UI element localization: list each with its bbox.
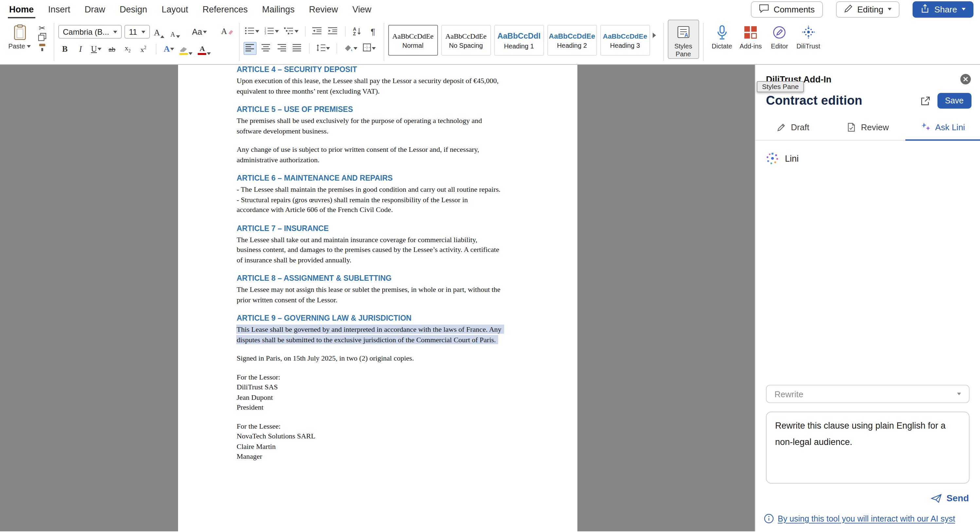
doc-line[interactable]: equivalent to three months’ rent (exclud…: [237, 86, 538, 96]
doc-paragraph[interactable]: Any change of use is subject to prior wr…: [237, 145, 538, 165]
rewrite-action-select[interactable]: Rewrite: [766, 385, 969, 403]
menu-tab-review[interactable]: Review: [309, 4, 338, 14]
grow-font-button[interactable]: A: [153, 25, 166, 38]
menu-tab-draw[interactable]: Draw: [85, 4, 105, 14]
share-button[interactable]: Share: [913, 1, 974, 17]
doc-line[interactable]: Jean Dupont: [237, 392, 538, 402]
doc-heading[interactable]: ARTICLE 8 – ASSIGNMENT & SUBLETTING: [237, 273, 538, 283]
styles-pane-button[interactable]: A Styles Pane: [667, 20, 699, 59]
align-center-button[interactable]: [259, 42, 272, 55]
style-card-h2[interactable]: AaBbCcDdEeHeading 2: [547, 25, 597, 56]
editor-button[interactable]: Editor: [765, 20, 794, 51]
font-color-button[interactable]: A: [197, 43, 212, 56]
decrease-indent-button[interactable]: [311, 25, 324, 38]
cut-button[interactable]: ✂: [35, 24, 48, 33]
doc-paragraph[interactable]: Signed in Paris, on 15th July 2025, in t…: [237, 353, 538, 364]
doc-paragraph[interactable]: This Lease shall be governed by and inte…: [237, 325, 538, 345]
doc-line[interactable]: of insurance shall be provided annually.: [237, 255, 538, 265]
doc-paragraph[interactable]: Upon execution of this lease, the Lessee…: [237, 76, 538, 96]
shrink-font-button[interactable]: A: [169, 25, 182, 38]
italic-button[interactable]: I: [74, 43, 87, 56]
doc-paragraph[interactable]: The premises shall be used exclusively f…: [237, 116, 538, 136]
doc-paragraph[interactable]: For the Lessor:DiliTrust SASJean DupontP…: [237, 372, 538, 413]
format-painter-button[interactable]: [35, 43, 48, 54]
font-name-select[interactable]: Cambria (B...: [58, 25, 122, 39]
menu-tab-mailings[interactable]: Mailings: [262, 4, 294, 14]
menu-tab-references[interactable]: References: [203, 4, 248, 14]
doc-line[interactable]: NovaTech Solutions SARL: [237, 431, 538, 441]
multilevel-list-button[interactable]: [283, 25, 299, 38]
menu-tab-insert[interactable]: Insert: [48, 4, 70, 14]
open-external-button[interactable]: [920, 96, 930, 106]
doc-line[interactable]: Upon execution of this lease, the Lessee…: [237, 76, 538, 86]
align-right-button[interactable]: [275, 42, 288, 55]
doc-line[interactable]: prior written consent of the Lessor.: [237, 295, 538, 305]
clear-formatting-button[interactable]: A: [220, 25, 235, 38]
doc-line[interactable]: administrative authorization.: [237, 155, 538, 165]
panel-tab-draft[interactable]: Draft: [756, 115, 830, 141]
style-card-nospacing[interactable]: AaBbCcDdEeNo Spacing: [441, 25, 491, 56]
panel-tab-review[interactable]: Review: [830, 115, 905, 141]
close-panel-button[interactable]: [960, 73, 972, 85]
document-content[interactable]: ARTICLE 4 – SECURITY DEPOSITUpon executi…: [178, 65, 577, 462]
doc-line[interactable]: The premises shall be used exclusively f…: [237, 116, 538, 126]
paste-button[interactable]: Paste: [5, 20, 34, 57]
subscript-button[interactable]: x2: [121, 43, 134, 56]
ai-disclaimer[interactable]: By using this tool you will interact wit…: [756, 509, 980, 531]
borders-button[interactable]: [361, 42, 377, 55]
addins-button[interactable]: Add-ins: [736, 20, 765, 51]
doc-line[interactable]: Claire Martin: [237, 441, 538, 451]
numbering-button[interactable]: 123: [263, 25, 280, 38]
menu-tab-home[interactable]: Home: [9, 4, 34, 14]
more-styles-button[interactable]: [650, 20, 659, 51]
doc-heading[interactable]: ARTICLE 6 – MAINTENANCE AND REPAIRS: [237, 173, 538, 183]
doc-heading[interactable]: ARTICLE 7 – INSURANCE: [237, 224, 538, 233]
send-button[interactable]: Send: [931, 493, 969, 503]
doc-line[interactable]: business content, and damages to the pre…: [237, 245, 538, 255]
style-card-h3[interactable]: AaBbCcDdEeHeading 3: [600, 25, 650, 56]
line-spacing-button[interactable]: [315, 42, 331, 55]
change-case-button[interactable]: Aa: [191, 25, 208, 38]
show-formatting-button[interactable]: ¶: [366, 25, 379, 38]
justify-button[interactable]: [290, 42, 304, 55]
doc-paragraph[interactable]: The Lessee shall take out and maintain i…: [237, 235, 538, 265]
dictate-button[interactable]: Dictate: [707, 20, 736, 51]
doc-line[interactable]: President: [237, 402, 538, 413]
style-card-normal[interactable]: AaBbCcDdEeNormal: [388, 25, 438, 56]
doc-paragraph[interactable]: For the Lessee:NovaTech Solutions SARLCl…: [237, 421, 538, 462]
doc-line[interactable]: Any change of use is subject to prior wr…: [237, 145, 538, 155]
doc-line[interactable]: Manager: [237, 451, 538, 462]
menu-tab-design[interactable]: Design: [120, 4, 147, 14]
doc-line[interactable]: - Structural repairs (gros œuvres) shall…: [237, 195, 538, 205]
doc-line[interactable]: software development business.: [237, 126, 538, 136]
doc-heading[interactable]: ARTICLE 9 – GOVERNING LAW & JURISDICTION: [237, 313, 538, 323]
doc-line[interactable]: The Lessee may not assign this lease or …: [237, 285, 538, 295]
dilitrust-button[interactable]: DiliTrust: [794, 20, 822, 51]
editing-mode-button[interactable]: Editing: [836, 1, 900, 17]
doc-heading[interactable]: ARTICLE 5 – USE OF PREMISES: [237, 105, 538, 114]
doc-line[interactable]: - The Lessee shall maintain the premises…: [237, 184, 538, 195]
document-page[interactable]: ARTICLE 4 – SECURITY DEPOSITUpon executi…: [178, 65, 577, 531]
sort-button[interactable]: AZ: [350, 25, 364, 38]
doc-paragraph[interactable]: - The Lessee shall maintain the premises…: [237, 184, 538, 215]
prompt-textarea[interactable]: Rewrite this clause using plain English …: [775, 418, 960, 478]
panel-tab-ask-lini[interactable]: Ask Lini: [905, 115, 980, 141]
menu-tab-layout[interactable]: Layout: [162, 4, 188, 14]
doc-line[interactable]: For the Lessor:: [237, 372, 538, 382]
doc-line[interactable]: For the Lessee:: [237, 421, 538, 431]
comments-button[interactable]: Comments: [751, 1, 822, 17]
doc-line[interactable]: accordance with Article 606 of the Frenc…: [237, 205, 538, 215]
shading-button[interactable]: [342, 42, 358, 55]
highlight-color-button[interactable]: [178, 43, 194, 56]
save-button[interactable]: Save: [937, 93, 972, 109]
doc-line[interactable]: DiliTrust SAS: [237, 382, 538, 392]
menu-tab-view[interactable]: View: [352, 4, 371, 14]
doc-line[interactable]: disputes shall be submitted to the exclu…: [237, 335, 538, 345]
doc-paragraph[interactable]: The Lessee may not assign this lease or …: [237, 285, 538, 305]
style-card-h1[interactable]: AaBbCcDdIHeading 1: [494, 25, 544, 56]
doc-line[interactable]: The Lessee shall take out and maintain i…: [237, 235, 538, 245]
bold-button[interactable]: B: [58, 43, 72, 56]
copy-button[interactable]: [35, 33, 48, 43]
superscript-button[interactable]: x2: [137, 43, 150, 56]
increase-indent-button[interactable]: [326, 25, 339, 38]
